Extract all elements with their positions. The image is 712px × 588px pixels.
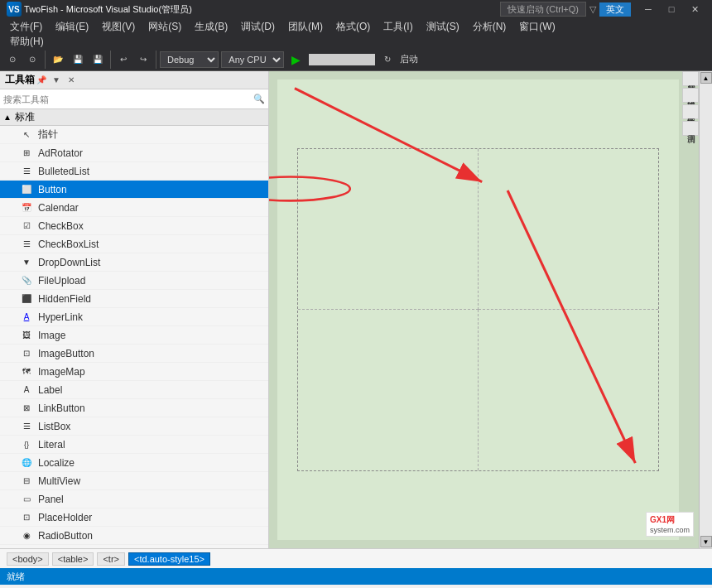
scroll-up-button[interactable]: ▲ bbox=[700, 72, 712, 84]
status-bar: 就绪 bbox=[0, 568, 712, 585]
toolbox-item-bulletedlist[interactable]: BulletedList bbox=[0, 162, 268, 181]
label-icon bbox=[20, 383, 33, 397]
right-tab-properties[interactable]: 属性计划 bbox=[682, 71, 699, 86]
toolbar-group-nav: ⊙ ⊙ bbox=[3, 51, 46, 69]
forward-button[interactable]: ⊙ bbox=[23, 51, 41, 69]
toolbox-item-image[interactable]: Image bbox=[0, 326, 268, 345]
app-icon: VS bbox=[7, 2, 22, 17]
toolbox-item-checkbox[interactable]: CheckBox bbox=[0, 217, 268, 235]
undo-button[interactable]: ↩ bbox=[114, 51, 132, 69]
toolbox-item-imagemap[interactable]: ImageMap bbox=[0, 363, 268, 381]
menu-view[interactable]: 视图(V) bbox=[95, 18, 142, 36]
adrotator-icon bbox=[20, 147, 33, 160]
toolbox-item-literal[interactable]: Literal bbox=[0, 436, 268, 454]
debug-mode-dropdown[interactable]: Debug Release bbox=[160, 51, 219, 68]
toolbox-item-localize[interactable]: Localize bbox=[0, 454, 268, 472]
start-label: 启动 bbox=[400, 53, 418, 65]
toolbox-item-label-hyperlink: HyperLink bbox=[38, 311, 262, 323]
toolbox-search-bar: 🔍 bbox=[0, 89, 268, 109]
toolbox-item-hyperlink[interactable]: HyperLink bbox=[0, 308, 268, 326]
toolbox-item-multiview[interactable]: MultiView bbox=[0, 472, 268, 490]
toolbox-close-button[interactable]: ✕ bbox=[65, 74, 78, 87]
minimize-button[interactable]: ─ bbox=[637, 1, 659, 17]
button-icon bbox=[20, 183, 33, 196]
design-area[interactable]: ▲ ▼ 属性计划 解决错误 团队输出 调用 bbox=[269, 71, 712, 548]
image-icon bbox=[20, 329, 33, 342]
toolbox-item-label-adrotator: AdRotator bbox=[38, 147, 262, 159]
toolbox-item-pointer[interactable]: 指针 bbox=[0, 126, 268, 144]
menu-help[interactable]: 帮助(H) bbox=[3, 33, 51, 51]
menu-team[interactable]: 团队(M) bbox=[281, 18, 330, 36]
right-tab-调用[interactable]: 调用 bbox=[682, 121, 699, 136]
toolbox-item-radiobuttonlist[interactable]: RadioButtonList bbox=[0, 545, 268, 548]
vertical-scrollbar[interactable]: ▲ ▼ bbox=[699, 71, 712, 548]
pin-button[interactable]: 📌 bbox=[35, 74, 48, 87]
toolbox-item-placeholder[interactable]: PlaceHolder bbox=[0, 508, 268, 527]
radiobutton-icon bbox=[20, 529, 33, 542]
save-all-button[interactable]: 💾 bbox=[89, 51, 107, 69]
search-icon: 🔍 bbox=[253, 94, 265, 104]
toolbox-item-label-radiobuttonlist: RadioButtonList bbox=[38, 548, 262, 549]
menu-tools[interactable]: 工具(I) bbox=[377, 18, 419, 36]
maximize-button[interactable]: □ bbox=[661, 1, 682, 17]
menu-site[interactable]: 网站(S) bbox=[142, 18, 188, 36]
progress-bar bbox=[309, 54, 375, 65]
toolbox-item-label[interactable]: Label bbox=[0, 381, 268, 399]
bottom-tag-3[interactable]: <td.auto-style15> bbox=[128, 552, 210, 566]
toolbox-item-linkbutton[interactable]: LinkButton bbox=[0, 399, 268, 417]
close-button[interactable]: ✕ bbox=[684, 1, 705, 17]
right-tab-solution[interactable]: 解决错误 bbox=[682, 88, 699, 103]
redo-button[interactable]: ↪ bbox=[134, 51, 152, 69]
toolbox-item-label-listbox: ListBox bbox=[38, 421, 262, 432]
refresh-button[interactable]: ↻ bbox=[378, 51, 397, 69]
scroll-down-button[interactable]: ▼ bbox=[700, 536, 712, 547]
toolbox-search-input[interactable] bbox=[3, 94, 253, 104]
toolbox-item-radiobutton[interactable]: RadioButton bbox=[0, 527, 268, 545]
open-button[interactable]: 📂 bbox=[49, 51, 67, 69]
imagebutton-icon bbox=[20, 347, 33, 360]
save-button[interactable]: 💾 bbox=[69, 51, 87, 69]
table-cell-bottom-left bbox=[298, 310, 478, 470]
literal-icon bbox=[20, 438, 33, 451]
menu-edit[interactable]: 编辑(E) bbox=[49, 18, 95, 36]
menu-build[interactable]: 生成(B) bbox=[188, 18, 234, 36]
toolbox-section-standard[interactable]: ▲ 标准 bbox=[0, 109, 268, 126]
bottom-tag-1[interactable]: <table> bbox=[52, 552, 94, 566]
toolbox-item-fileupload[interactable]: FileUpload bbox=[0, 272, 268, 290]
toolbox-item-label-radiobutton: RadioButton bbox=[38, 530, 262, 542]
toolbox-item-checkboxlist[interactable]: CheckBoxList bbox=[0, 235, 268, 253]
toolbox-item-adrotator[interactable]: AdRotator bbox=[0, 144, 268, 162]
search-bar[interactable]: 快速启动 (Ctrl+Q) bbox=[508, 3, 579, 16]
toolbox-item-label-pointer: 指针 bbox=[38, 128, 262, 142]
toolbox-item-panel[interactable]: Panel bbox=[0, 490, 268, 508]
title-bar: VS TwoFish - Microsoft Visual Studio(管理员… bbox=[0, 0, 712, 18]
design-canvas[interactable] bbox=[277, 80, 679, 540]
dropdown-icon bbox=[20, 256, 33, 269]
localize-icon bbox=[20, 456, 33, 470]
back-button[interactable]: ⊙ bbox=[3, 51, 22, 69]
toolbox-item-imagebutton[interactable]: ImageButton bbox=[0, 345, 268, 363]
toolbox-item-label-button: Button bbox=[38, 184, 262, 195]
toolbox-item-calendar[interactable]: Calendar bbox=[0, 199, 268, 217]
pointer-icon bbox=[20, 128, 33, 142]
bottom-tag-0[interactable]: <body> bbox=[7, 552, 49, 566]
toolbox-item-listbox[interactable]: ListBox bbox=[0, 417, 268, 436]
start-button[interactable]: ▶ bbox=[287, 51, 305, 69]
toolbox-item-label-placeholder: PlaceHolder bbox=[38, 512, 262, 523]
menu-window[interactable]: 窗口(W) bbox=[512, 18, 561, 36]
right-tab-team[interactable]: 团队输出 bbox=[682, 104, 699, 119]
toolbox-header: 工具箱 📌 ▼ ✕ bbox=[0, 71, 268, 89]
toolbox-item-hiddenfield[interactable]: HiddenField bbox=[0, 290, 268, 308]
window-controls: ─ □ ✕ bbox=[637, 1, 705, 17]
menu-debug[interactable]: 调试(D) bbox=[234, 18, 281, 36]
placeholder-icon bbox=[20, 511, 33, 524]
menu-test[interactable]: 测试(S) bbox=[420, 18, 466, 36]
toolbox-item-dropdownlist[interactable]: DropDownList bbox=[0, 253, 268, 272]
cpu-dropdown[interactable]: Any CPU bbox=[221, 51, 284, 68]
lang-selector[interactable]: 英文 bbox=[599, 2, 631, 17]
toolbox-item-button[interactable]: Button bbox=[0, 181, 268, 199]
menu-analyze[interactable]: 分析(N) bbox=[466, 18, 513, 36]
bottom-tag-2[interactable]: <tr> bbox=[97, 552, 125, 566]
menu-format[interactable]: 格式(O) bbox=[330, 18, 377, 36]
toolbox-menu-button[interactable]: ▼ bbox=[50, 74, 63, 87]
